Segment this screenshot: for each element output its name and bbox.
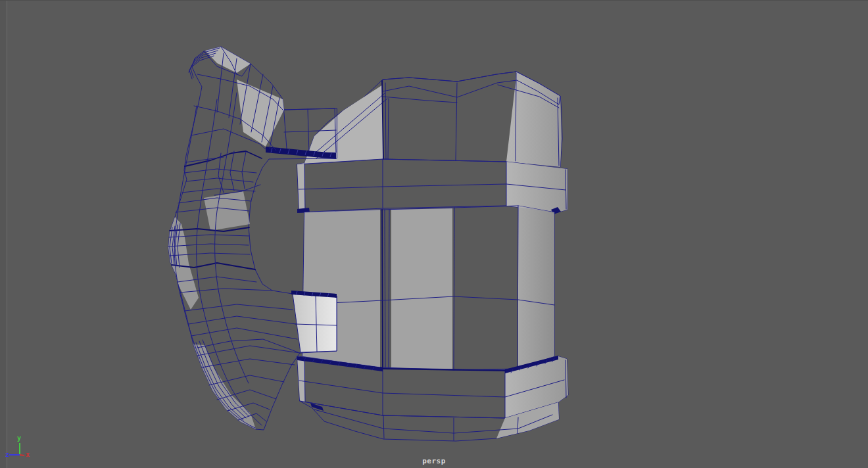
mug-body[interactable] <box>297 72 568 441</box>
x-axis-line <box>20 455 24 456</box>
viewport-3d[interactable]: persp y z x <box>0 0 868 468</box>
z-axis-label: z <box>5 451 9 458</box>
y-axis-label: y <box>17 434 21 442</box>
x-axis-label: x <box>26 451 30 458</box>
camera-label: persp <box>0 457 868 465</box>
view-axis-gizmo: y z x <box>4 429 46 464</box>
mug-mesh-wireframe[interactable] <box>0 1 868 468</box>
